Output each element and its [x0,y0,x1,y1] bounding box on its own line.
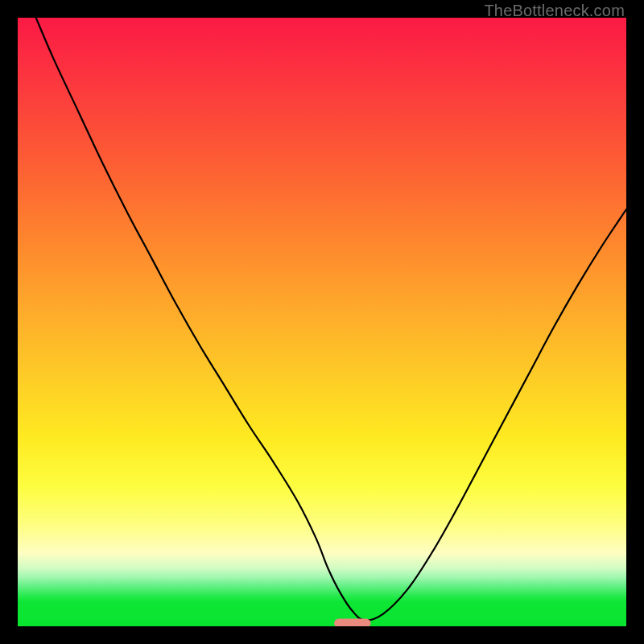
chart-frame: TheBottleneck.com [0,0,644,644]
minimum-marker [334,619,370,626]
plot-area [18,18,626,626]
chart-svg [18,18,626,626]
bottleneck-curve [36,18,626,621]
